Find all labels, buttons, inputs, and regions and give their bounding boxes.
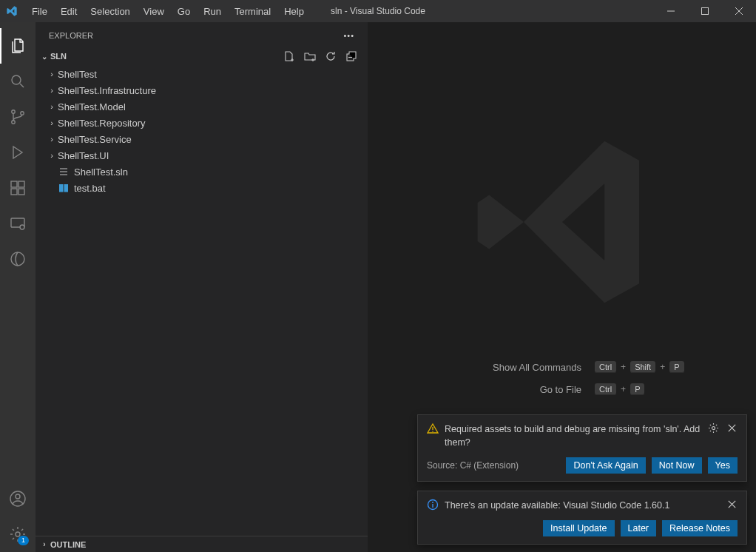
- window-controls: [654, 0, 756, 22]
- svg-point-21: [432, 502, 433, 503]
- plus-icon: +: [660, 362, 665, 372]
- tree-file[interactable]: test.bat: [36, 180, 368, 196]
- activity-accounts[interactable]: [0, 481, 36, 516]
- notification-message: Required assets to build and debug are m…: [445, 423, 702, 451]
- info-icon: [427, 499, 439, 513]
- file-tree: ›ShellTest ›ShellTest.Infrastructure ›Sh…: [36, 64, 368, 536]
- menu-edit[interactable]: Edit: [54, 6, 84, 17]
- tree-folder[interactable]: ›ShellTest.Model: [36, 98, 368, 115]
- chevron-right-icon: ›: [46, 135, 58, 144]
- menu-run[interactable]: Run: [197, 6, 228, 17]
- file-label: test.bat: [74, 183, 106, 194]
- menu-terminal[interactable]: Terminal: [228, 6, 277, 17]
- tree-folder[interactable]: ›ShellTest.Repository: [36, 115, 368, 131]
- activity-search[interactable]: [0, 64, 36, 99]
- folder-section-header[interactable]: ⌄ SLN: [36, 48, 368, 64]
- chevron-down-icon: ⌄: [38, 53, 50, 61]
- collapse-all-icon[interactable]: [345, 50, 357, 62]
- explorer-actions: [283, 50, 365, 62]
- folder-label: ShellTest: [58, 69, 97, 80]
- tree-file[interactable]: ShellTest.sln: [36, 164, 368, 180]
- tree-folder[interactable]: ›ShellTest: [36, 66, 368, 82]
- gear-icon[interactable]: [708, 423, 719, 436]
- yes-button[interactable]: Yes: [708, 457, 738, 474]
- new-folder-icon[interactable]: [304, 50, 316, 62]
- chevron-right-icon: ›: [46, 118, 58, 127]
- svg-point-4: [21, 112, 24, 115]
- activity-source-control[interactable]: [0, 99, 36, 135]
- menu-go[interactable]: Go: [171, 6, 197, 17]
- vscode-watermark-icon: [466, 126, 658, 320]
- close-icon[interactable]: [726, 423, 738, 436]
- notification-stack: Required assets to build and debug are m…: [417, 414, 747, 545]
- shortcut-row: Show All Commands Ctrl + Shift + P: [368, 361, 756, 373]
- svg-point-10: [20, 225, 24, 229]
- shortcut-label: Show All Commands: [433, 362, 581, 373]
- activity-settings[interactable]: 1: [0, 516, 36, 552]
- search-icon: [9, 73, 27, 90]
- tree-folder[interactable]: ›ShellTest.UI: [36, 147, 368, 164]
- tree-folder[interactable]: ›ShellTest.Infrastructure: [36, 82, 368, 98]
- new-file-icon[interactable]: [283, 50, 295, 62]
- folder-label: ShellTest.Service: [58, 134, 132, 145]
- chevron-right-icon: ›: [46, 151, 58, 160]
- circle-icon: [9, 250, 27, 268]
- menu-file[interactable]: File: [25, 6, 54, 17]
- key: P: [630, 383, 644, 395]
- chevron-right-icon: ›: [46, 70, 58, 78]
- maximize-button[interactable]: [688, 0, 722, 22]
- outline-section-header[interactable]: › OUTLINE: [36, 536, 368, 552]
- refresh-icon[interactable]: [325, 50, 337, 62]
- svg-rect-16: [59, 184, 64, 192]
- not-now-button[interactable]: Not Now: [652, 457, 702, 474]
- install-update-button[interactable]: Install Update: [543, 520, 614, 536]
- activity-extensions[interactable]: [0, 170, 36, 206]
- tree-folder[interactable]: ›ShellTest.Service: [36, 131, 368, 147]
- svg-rect-0: [702, 8, 709, 15]
- menu-view[interactable]: View: [137, 6, 171, 17]
- more-icon[interactable]: •••: [343, 31, 354, 40]
- explorer-title: EXPLORER: [49, 31, 93, 40]
- file-label: ShellTest.sln: [74, 166, 128, 178]
- folder-section-name: SLN: [50, 52, 67, 61]
- menu-help[interactable]: Help: [277, 6, 311, 17]
- menu-selection[interactable]: Selection: [84, 6, 136, 17]
- svg-rect-8: [18, 181, 24, 187]
- activity-remote[interactable]: [0, 206, 36, 241]
- svg-point-13: [16, 494, 20, 499]
- minimize-button[interactable]: [654, 0, 688, 22]
- later-button[interactable]: Later: [621, 520, 657, 536]
- folder-label: ShellTest.Infrastructure: [58, 85, 156, 96]
- svg-point-2: [12, 110, 15, 113]
- release-notes-button[interactable]: Release Notes: [662, 520, 738, 536]
- title-bar: File Edit Selection View Go Run Terminal…: [0, 0, 756, 22]
- activity-explorer[interactable]: [0, 28, 36, 64]
- extensions-icon: [9, 179, 27, 197]
- close-button[interactable]: [722, 0, 756, 22]
- remote-icon: [9, 215, 27, 232]
- settings-badge: 1: [18, 536, 29, 545]
- activity-circle[interactable]: [0, 241, 36, 277]
- explorer-sidebar: EXPLORER ••• ⌄ SLN ›ShellTest ›ShellTest…: [36, 22, 368, 552]
- chevron-right-icon: ›: [46, 86, 58, 95]
- menu-bar: File Edit Selection View Go Run Terminal…: [25, 6, 311, 17]
- key: Shift: [630, 361, 655, 373]
- svg-point-19: [712, 426, 715, 429]
- activity-run-debug[interactable]: [0, 135, 36, 170]
- folder-label: ShellTest.Repository: [58, 118, 146, 129]
- close-icon[interactable]: [726, 499, 738, 512]
- key: P: [669, 361, 684, 373]
- notification-message: There's an update available: Visual Stud…: [445, 499, 720, 513]
- plus-icon: +: [621, 362, 626, 372]
- files-icon: [9, 37, 27, 55]
- svg-point-3: [12, 121, 15, 124]
- dont-ask-again-button[interactable]: Don't Ask Again: [566, 457, 645, 474]
- account-icon: [9, 490, 27, 508]
- chevron-right-icon: ›: [46, 102, 58, 111]
- folder-label: ShellTest.Model: [58, 101, 126, 112]
- shortcut-keys: Ctrl + Shift + P: [595, 361, 691, 373]
- branch-icon: [9, 108, 27, 126]
- sln-file-icon: [58, 166, 70, 178]
- vscode-logo-icon: [6, 5, 18, 17]
- explorer-header: EXPLORER •••: [36, 22, 368, 48]
